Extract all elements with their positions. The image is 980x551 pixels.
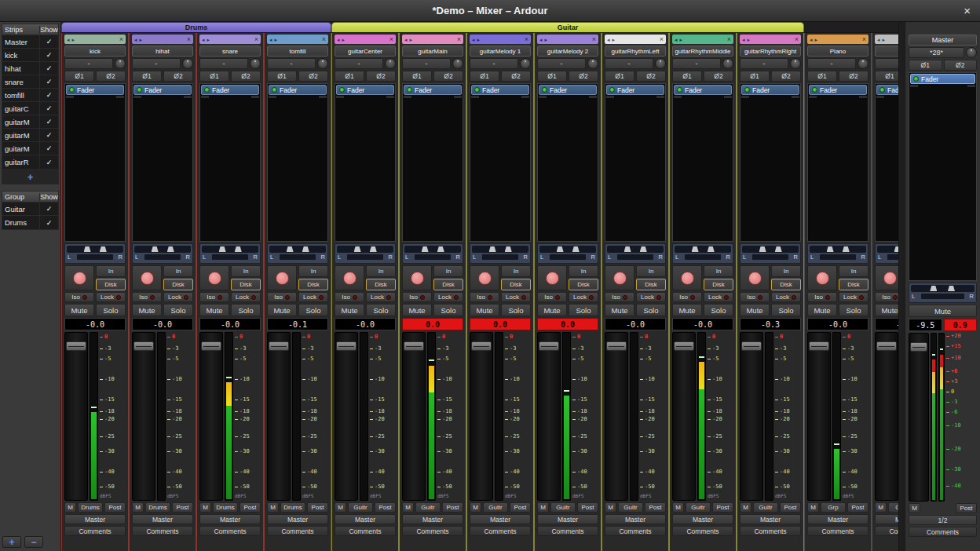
monitor-disk-icon[interactable]: ▸: [883, 37, 886, 42]
trim-knob[interactable]: [452, 58, 463, 69]
solo-button[interactable]: Solo: [433, 304, 463, 316]
phase-2-button[interactable]: Ø2: [704, 71, 733, 82]
check-icon[interactable]: ✓: [39, 115, 58, 128]
group-tab[interactable]: Drums: [61, 22, 331, 32]
pan-handle-right[interactable]: [775, 246, 782, 252]
strip-name-button[interactable]: guitarMelody 1: [470, 46, 531, 57]
fader-processor[interactable]: Fader: [201, 85, 259, 95]
post-button[interactable]: Post: [307, 502, 328, 513]
record-enable-button[interactable]: [132, 265, 162, 290]
processor-box[interactable]: Fader: [335, 83, 396, 242]
processor-box[interactable]: Fader: [537, 83, 598, 242]
input-button[interactable]: -: [132, 58, 181, 69]
strip-color-bar[interactable]: ◂ ▸ ×: [537, 35, 598, 44]
master-gain-display[interactable]: -9.5: [909, 319, 942, 331]
post-button[interactable]: Post: [104, 502, 126, 513]
monitor-input-icon[interactable]: ◂: [742, 37, 745, 42]
group-button[interactable]: Grp: [821, 502, 846, 513]
mute-button[interactable]: Mute: [267, 304, 297, 316]
output-button[interactable]: Master: [335, 514, 396, 524]
check-icon[interactable]: ✓: [39, 89, 58, 101]
monitor-disk-button[interactable]: Disk: [433, 279, 463, 290]
close-strip-icon[interactable]: ×: [254, 36, 258, 43]
phase-1-button[interactable]: Ø1: [537, 71, 567, 82]
pan-track[interactable]: [607, 246, 664, 253]
input-button[interactable]: -: [605, 58, 653, 69]
solo-isolate-button[interactable]: Iso: [807, 292, 837, 302]
pan-handle-right[interactable]: [708, 246, 715, 252]
monitor-disk-icon[interactable]: ▸: [72, 37, 75, 42]
phase-1-button[interactable]: Ø1: [335, 71, 364, 82]
close-strip-icon[interactable]: ×: [660, 36, 664, 43]
input-button[interactable]: -: [199, 58, 248, 69]
fader-slider[interactable]: [132, 332, 155, 501]
fader-handle[interactable]: [741, 341, 762, 351]
phase-2-button[interactable]: Ø2: [163, 71, 193, 82]
post-button[interactable]: Post: [510, 502, 531, 513]
pan-widget[interactable]: L R: [807, 243, 868, 264]
trim-knob[interactable]: [520, 58, 531, 69]
record-enable-button[interactable]: [875, 265, 898, 290]
mute-button[interactable]: Mute: [470, 304, 499, 316]
fader-slider[interactable]: [807, 332, 831, 501]
phase-1-button[interactable]: Ø1: [807, 71, 837, 82]
window-close-icon[interactable]: ×: [964, 4, 971, 17]
pan-widget[interactable]: L R: [605, 243, 666, 264]
pan-handle-right[interactable]: [948, 286, 955, 291]
monitor-input-icon[interactable]: ◂: [539, 37, 543, 42]
close-strip-icon[interactable]: ×: [322, 36, 326, 43]
record-enable-button[interactable]: [470, 265, 499, 290]
mute-button[interactable]: Mute: [199, 304, 229, 316]
group-button[interactable]: Guitr: [483, 502, 508, 513]
group-button[interactable]: Guitr: [753, 502, 778, 513]
metering-point-button[interactable]: M: [909, 503, 920, 513]
fader-processor[interactable]: Fader: [133, 85, 192, 95]
fader-processor[interactable]: Fader: [539, 85, 597, 95]
trim-knob[interactable]: [587, 58, 598, 69]
gain-display[interactable]: 0.0: [402, 318, 463, 330]
phase-2-button[interactable]: Ø2: [569, 71, 598, 82]
pan-track[interactable]: [539, 246, 596, 253]
pan-handle-left[interactable]: [287, 246, 294, 252]
check-icon[interactable]: ✓: [39, 142, 58, 155]
add-strip-row[interactable]: +: [2, 170, 59, 184]
processor-active-led[interactable]: [474, 87, 480, 93]
fader-processor[interactable]: Fader: [336, 85, 394, 95]
strip-list-row[interactable]: kick ✓: [2, 49, 58, 62]
pan-handle-right[interactable]: [167, 246, 174, 252]
processor-box[interactable]: Fader: [132, 83, 193, 242]
pan-handle-right[interactable]: [640, 246, 647, 252]
monitor-input-button[interactable]: In: [298, 265, 328, 277]
processor-active-led[interactable]: [879, 87, 885, 93]
strip-list-row[interactable]: guitarC ✓: [2, 102, 58, 115]
close-strip-icon[interactable]: ×: [525, 36, 528, 43]
phase-1-button[interactable]: Ø1: [672, 71, 702, 82]
fader-processor[interactable]: Fader: [910, 74, 975, 84]
fader-handle[interactable]: [201, 341, 221, 351]
monitor-disk-icon[interactable]: ▸: [207, 37, 210, 42]
comments-button[interactable]: Comments: [64, 526, 126, 536]
pan-handle-left[interactable]: [489, 246, 496, 252]
mute-button[interactable]: Mute: [740, 304, 770, 316]
solo-lock-button[interactable]: Lock: [636, 292, 666, 302]
comments-button[interactable]: Comments: [537, 526, 598, 536]
fader-handle[interactable]: [471, 341, 492, 351]
monitor-input-button[interactable]: In: [569, 265, 598, 277]
input-button[interactable]: -: [335, 58, 383, 69]
comments-button[interactable]: Comments: [470, 526, 531, 536]
close-strip-icon[interactable]: ×: [457, 36, 461, 43]
comments-button[interactable]: Comments: [335, 526, 396, 536]
solo-lock-button[interactable]: Lock: [569, 292, 598, 302]
phase-1-button[interactable]: Ø1: [875, 71, 898, 82]
monitor-disk-icon[interactable]: ▸: [410, 37, 413, 42]
record-enable-button[interactable]: [807, 265, 837, 290]
pan-handle-left[interactable]: [692, 246, 699, 252]
strip-list-row[interactable]: hihat ✓: [2, 62, 58, 75]
processor-box[interactable]: Fader: [875, 83, 898, 242]
metering-point-button[interactable]: M: [267, 502, 279, 513]
master-fader-slider[interactable]: [909, 333, 929, 502]
comments-button[interactable]: Comments: [132, 526, 193, 536]
phase-2-button[interactable]: Ø2: [944, 60, 978, 71]
strip-list-row[interactable]: guitarM ✓: [2, 115, 58, 129]
strip-color-bar[interactable]: ◂ ▸ ×: [199, 35, 261, 44]
